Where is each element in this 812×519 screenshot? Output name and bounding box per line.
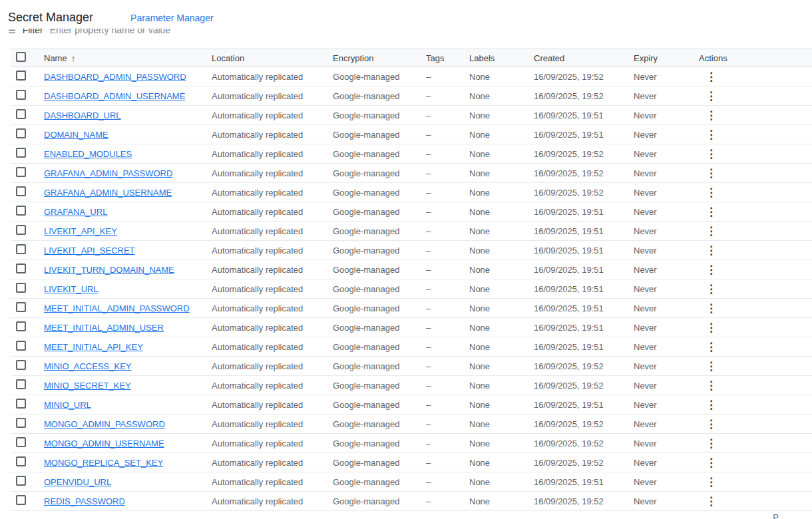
filter-input-placeholder[interactable]: Enter property name or value [50, 29, 170, 35]
column-header-name[interactable]: Name↑ [44, 53, 212, 63]
row-actions-menu-button[interactable]: ⋮ [699, 90, 723, 102]
row-actions-menu-button[interactable]: ⋮ [699, 322, 723, 333]
row-checkbox[interactable] [16, 476, 26, 486]
row-checkbox[interactable] [16, 321, 26, 331]
row-checkbox[interactable] [16, 71, 26, 81]
secret-name-link[interactable]: DASHBOARD_ADMIN_USERNAME [44, 91, 185, 101]
row-actions-menu-button[interactable]: ⋮ [699, 283, 723, 295]
actions-cell: ⋮ [699, 283, 812, 295]
sort-ascending-icon[interactable]: ↑ [71, 53, 76, 63]
column-header-labels[interactable]: Labels [469, 53, 534, 63]
row-checkbox[interactable] [16, 90, 26, 100]
row-actions-menu-button[interactable]: ⋮ [699, 71, 723, 83]
encryption-cell: Google-managed [333, 110, 426, 120]
tags-cell: – [426, 207, 469, 217]
filter-label[interactable]: Filter [23, 29, 43, 35]
secret-name-link[interactable]: MONGO_ADMIN_PASSWORD [44, 419, 165, 429]
secret-name-link[interactable]: LIVEKIT_URL [44, 284, 99, 294]
column-header-location[interactable]: Location [212, 53, 333, 63]
secret-name-link[interactable]: GRAFANA_ADMIN_PASSWORD [44, 168, 172, 178]
row-checkbox[interactable] [16, 148, 26, 158]
row-actions-menu-button[interactable]: ⋮ [699, 399, 723, 411]
column-header-tags[interactable]: Tags [426, 53, 469, 63]
actions-cell: ⋮ [699, 90, 812, 102]
actions-cell: ⋮ [699, 419, 812, 430]
row-checkbox[interactable] [16, 418, 26, 428]
row-checkbox[interactable] [16, 495, 26, 505]
row-checkbox[interactable] [16, 206, 26, 216]
row-actions-menu-button[interactable]: ⋮ [699, 419, 723, 430]
secret-name-link[interactable]: LIVEKIT_API_KEY [44, 226, 117, 236]
row-checkbox[interactable] [16, 186, 26, 196]
labels-cell: None [469, 477, 534, 487]
table-row: DASHBOARD_ADMIN_USERNAMEAutomatically re… [11, 86, 812, 106]
row-actions-menu-button[interactable]: ⋮ [699, 245, 723, 256]
row-checkbox[interactable] [16, 244, 26, 254]
column-header-created[interactable]: Created [534, 53, 634, 63]
row-actions-menu-button[interactable]: ⋮ [699, 303, 723, 314]
row-checkbox[interactable] [16, 456, 26, 466]
row-actions-menu-button[interactable]: ⋮ [699, 187, 723, 198]
location-cell: Automatically replicated [212, 381, 333, 391]
secret-name-link[interactable]: DASHBOARD_URL [44, 110, 121, 120]
select-all-checkbox[interactable] [16, 52, 26, 62]
labels-cell: None [469, 149, 534, 159]
filter-icon: ☰ [8, 29, 16, 35]
secret-name-link[interactable]: MEET_INITIAL_ADMIN_PASSWORD [44, 303, 190, 313]
labels-cell: None [469, 400, 534, 410]
secret-name-link[interactable]: DASHBOARD_ADMIN_PASSWORD [44, 72, 186, 82]
row-actions-menu-button[interactable]: ⋮ [699, 496, 723, 507]
row-actions-menu-button[interactable]: ⋮ [699, 380, 723, 391]
row-actions-menu-button[interactable]: ⋮ [699, 476, 723, 488]
created-cell: 16/09/2025, 19:52 [534, 72, 634, 82]
secret-name-link[interactable]: GRAFANA_URL [44, 207, 107, 217]
secret-name-link[interactable]: LIVEKIT_TURN_DOMAIN_NAME [44, 265, 174, 275]
row-actions-menu-button[interactable]: ⋮ [699, 226, 723, 237]
location-cell: Automatically replicated [212, 226, 333, 236]
column-header-expiry[interactable]: Expiry [634, 53, 699, 63]
secret-name-link[interactable]: MINIO_SECRET_KEY [44, 381, 131, 391]
parameter-manager-link[interactable]: Parameter Manager [130, 13, 214, 23]
created-cell: 16/09/2025, 19:52 [534, 458, 634, 468]
secret-name-link[interactable]: LIVEKIT_API_SECRET [44, 246, 135, 256]
secret-name-link[interactable]: MINIO_URL [44, 400, 91, 410]
row-checkbox[interactable] [16, 283, 26, 293]
secret-name-link[interactable]: OPENVIDU_URL [44, 477, 111, 487]
row-checkbox[interactable] [16, 167, 26, 177]
row-checkbox[interactable] [16, 360, 26, 370]
row-checkbox[interactable] [16, 399, 26, 409]
row-actions-menu-button[interactable]: ⋮ [699, 148, 723, 160]
row-checkbox[interactable] [16, 341, 26, 351]
encryption-cell: Google-managed [333, 265, 426, 275]
row-actions-menu-button[interactable]: ⋮ [699, 206, 723, 218]
secret-name-link[interactable]: GRAFANA_ADMIN_USERNAME [44, 188, 172, 198]
row-actions-menu-button[interactable]: ⋮ [699, 168, 723, 179]
secret-name-link[interactable]: DOMAIN_NAME [44, 130, 108, 140]
row-checkbox[interactable] [16, 263, 26, 273]
row-checkbox[interactable] [16, 109, 26, 119]
secret-name-link[interactable]: ENABLED_MODULES [44, 149, 132, 159]
column-header-encryption[interactable]: Encryption [333, 53, 426, 63]
row-actions-menu-button[interactable]: ⋮ [699, 438, 723, 449]
secret-name-cell: MINIO_URL [44, 400, 212, 410]
location-cell: Automatically replicated [212, 400, 333, 410]
row-actions-menu-button[interactable]: ⋮ [699, 361, 723, 372]
secret-name-link[interactable]: MONGO_REPLICA_SET_KEY [44, 458, 163, 468]
row-actions-menu-button[interactable]: ⋮ [699, 129, 723, 140]
secret-name-link[interactable]: MEET_INITIAL_ADMIN_USER [44, 323, 164, 333]
pagination-partial-text: P [773, 511, 779, 519]
row-checkbox[interactable] [16, 379, 26, 389]
secret-name-link[interactable]: MEET_INITIAL_API_KEY [44, 342, 143, 352]
row-checkbox[interactable] [16, 128, 26, 138]
row-checkbox[interactable] [16, 302, 26, 312]
secret-name-link[interactable]: REDIS_PASSWORD [44, 496, 125, 506]
row-actions-menu-button[interactable]: ⋮ [699, 264, 723, 275]
row-actions-menu-button[interactable]: ⋮ [699, 110, 723, 121]
row-actions-menu-button[interactable]: ⋮ [699, 341, 723, 353]
row-actions-menu-button[interactable]: ⋮ [699, 457, 723, 468]
row-checkbox[interactable] [16, 225, 26, 235]
row-checkbox[interactable] [16, 437, 26, 447]
secret-name-link[interactable]: MINIO_ACCESS_KEY [44, 361, 132, 371]
secret-name-link[interactable]: MONGO_ADMIN_USERNAME [44, 438, 164, 448]
secret-name-cell: DOMAIN_NAME [44, 130, 212, 140]
